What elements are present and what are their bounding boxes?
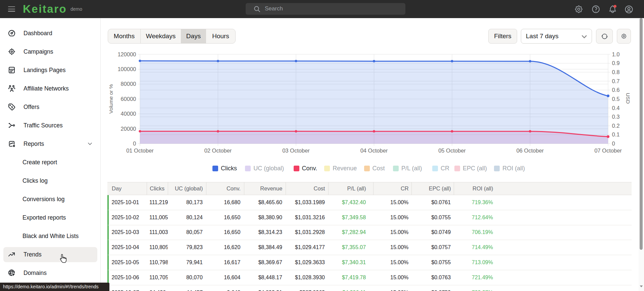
svg-text:0.4: 0.4 xyxy=(612,105,620,111)
svg-text:0.2: 0.2 xyxy=(612,123,620,129)
svg-text:04 October: 04 October xyxy=(360,148,388,154)
svg-text:60000: 60000 xyxy=(121,96,136,102)
svg-text:0.9: 0.9 xyxy=(612,60,620,66)
svg-text:0.6: 0.6 xyxy=(612,87,620,93)
svg-text:0.7: 0.7 xyxy=(612,78,620,84)
svg-text:USD: USD xyxy=(625,93,631,104)
svg-text:07 October: 07 October xyxy=(594,148,622,154)
svg-text:03 October: 03 October xyxy=(282,148,310,154)
svg-text:0.5: 0.5 xyxy=(612,96,620,102)
svg-text:0: 0 xyxy=(133,140,136,147)
svg-text:0.8: 0.8 xyxy=(612,69,620,75)
svg-text:0.3: 0.3 xyxy=(612,114,620,120)
svg-text:20000: 20000 xyxy=(121,126,136,132)
svg-text:Volume or %: Volume or % xyxy=(108,84,114,114)
svg-text:80000: 80000 xyxy=(121,81,136,87)
svg-text:100000: 100000 xyxy=(117,66,136,72)
svg-text:02 October: 02 October xyxy=(204,148,232,154)
svg-text:05 October: 05 October xyxy=(438,148,466,154)
svg-text:0.1: 0.1 xyxy=(612,131,620,137)
svg-text:1.0: 1.0 xyxy=(612,51,620,57)
svg-text:120000: 120000 xyxy=(117,51,136,57)
svg-text:06 October: 06 October xyxy=(516,148,544,154)
svg-text:01 October: 01 October xyxy=(126,148,154,154)
svg-text:0: 0 xyxy=(612,140,615,147)
svg-text:40000: 40000 xyxy=(121,111,136,117)
